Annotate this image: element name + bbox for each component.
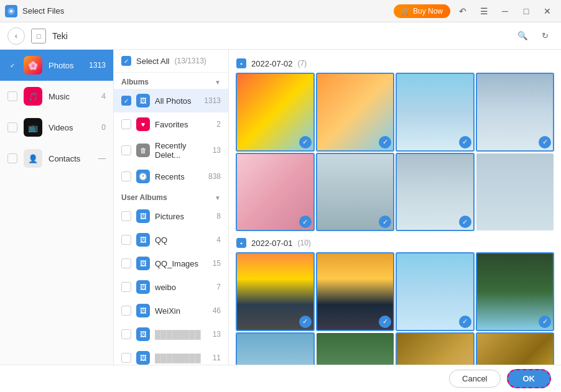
videos-checkbox[interactable] — [7, 122, 17, 132]
photo-cell[interactable]: ✓ — [236, 333, 314, 365]
cancel-button[interactable]: Cancel — [449, 370, 500, 388]
photo-cell[interactable]: ✓ — [476, 333, 554, 365]
user-albums-title: User Albums — [121, 193, 167, 202]
recents-checkbox[interactable] — [121, 171, 131, 181]
date1-checkbox[interactable]: ▪ — [236, 58, 246, 68]
photo-cell[interactable]: ✓ — [236, 73, 314, 151]
check-icon: ✓ — [124, 58, 129, 65]
album7-label: ████████ — [155, 353, 208, 363]
photo-cell[interactable]: ✓ — [476, 73, 554, 151]
photo-check-8: ✓ — [299, 316, 312, 328]
photo-check-3: ✓ — [459, 136, 471, 148]
weibo-label: weibo — [155, 283, 211, 292]
weixin-checkbox[interactable] — [121, 306, 131, 316]
album-item-6[interactable]: 🖼 ████████ 13 — [114, 322, 228, 346]
photo-cell[interactable]: ✓ — [317, 253, 394, 330]
sidebar-item-contacts[interactable]: 👤 Contacts — — [0, 143, 113, 174]
albums-section-header: Albums ▼ — [114, 73, 228, 89]
photo-check-9: ✓ — [379, 316, 391, 328]
photo-cell[interactable]: ✓ — [317, 153, 394, 231]
partial-check-icon: ▪ — [240, 60, 243, 67]
qq-icon: 🖼 — [136, 233, 150, 247]
photo-cell[interactable]: ✓ — [236, 153, 314, 231]
music-checkbox[interactable] — [7, 91, 17, 101]
qq-count: 4 — [216, 235, 221, 244]
contacts-checkbox[interactable] — [7, 153, 17, 163]
photo-cell[interactable]: ✓ — [396, 253, 474, 330]
albums-arrow-icon: ▼ — [215, 79, 221, 86]
photo-check-4: ✓ — [539, 136, 551, 148]
photo-cell[interactable]: ✓ — [476, 253, 554, 330]
title-bar: Select Files 🛒 Buy Now ↶ ☰ ─ □ ✕ — [0, 0, 561, 22]
sidebar-item-videos[interactable]: 📺 Videos 0 — [0, 112, 113, 143]
photo-check-5: ✓ — [299, 216, 312, 228]
album-item-recents[interactable]: 🕐 Recents 838 — [114, 165, 228, 188]
refresh-button[interactable]: ↻ — [536, 27, 554, 45]
albums-section-title: Albums — [121, 78, 149, 86]
album-item-favorites[interactable]: ♥ Favorites 2 — [114, 112, 228, 136]
back-button[interactable]: ‹ — [7, 27, 25, 45]
weibo-count: 7 — [216, 283, 221, 291]
album-item-recently-deleted[interactable]: 🗑 Recently Delet... 13 — [114, 136, 228, 165]
all-photos-count: 1313 — [204, 96, 221, 105]
photo-cell[interactable]: ✓ — [396, 333, 474, 365]
partial-check-icon2: ▪ — [240, 240, 243, 247]
photo-cell[interactable] — [476, 153, 554, 231]
album-item-all-photos[interactable]: ✓ 🖼 All Photos 1313 — [114, 89, 228, 112]
album6-checkbox[interactable] — [121, 329, 131, 339]
buy-now-button[interactable]: 🛒 Buy Now — [394, 4, 450, 18]
photo-cell[interactable]: ✓ — [317, 73, 394, 151]
weibo-checkbox[interactable] — [121, 282, 131, 292]
favorites-count: 2 — [216, 120, 221, 129]
all-photos-checkbox[interactable]: ✓ — [121, 96, 131, 106]
qq-images-checkbox[interactable] — [121, 258, 131, 268]
weibo-icon: 🖼 — [136, 280, 150, 294]
minimize-button[interactable]: ─ — [496, 2, 514, 20]
album-item-qq-images[interactable]: 🖼 QQ_Images 15 — [114, 252, 228, 275]
recently-deleted-checkbox[interactable] — [121, 145, 131, 155]
user-albums-arrow-icon: ▼ — [215, 194, 221, 201]
album-item-weibo[interactable]: 🖼 weibo 7 — [114, 275, 228, 299]
date1-count: (7) — [298, 59, 307, 68]
videos-label: Videos — [49, 123, 95, 132]
sidebar-item-music[interactable]: 🎵 Music 4 — [0, 81, 113, 112]
photo-panel: ▪ 2022-07-02 (7) ✓ ✓ ✓ ✓ — [229, 50, 561, 365]
photo-cell[interactable]: ✓ — [396, 153, 474, 231]
sidebar-item-photos[interactable]: ✓ 🌸 Photos 1313 — [0, 50, 113, 81]
recently-deleted-count: 13 — [213, 146, 221, 155]
album-item-weixin[interactable]: 🖼 WeiXin 46 — [114, 299, 228, 322]
close-button[interactable]: ✕ — [539, 2, 556, 20]
ok-button[interactable]: OK — [507, 369, 552, 388]
menu-button[interactable]: ☰ — [475, 2, 493, 20]
recents-icon: 🕐 — [136, 170, 150, 183]
left-sidebar: ✓ 🌸 Photos 1313 🎵 Music 4 📺 Videos 0 👤 C… — [0, 50, 114, 365]
all-photos-icon: 🖼 — [136, 94, 150, 107]
rotate-button[interactable]: ↶ — [454, 2, 471, 20]
photo-cell[interactable] — [317, 333, 394, 365]
music-app-icon: 🎵 — [24, 87, 42, 106]
album6-count: 13 — [213, 330, 221, 339]
favorites-checkbox[interactable] — [121, 119, 131, 129]
photos-label: Photos — [49, 61, 83, 70]
pictures-count: 8 — [216, 212, 221, 221]
photo-check-1: ✓ — [299, 136, 312, 148]
weixin-label: WeiXin — [155, 306, 208, 316]
select-all-checkbox[interactable]: ✓ — [121, 56, 131, 66]
album7-checkbox[interactable] — [121, 353, 131, 363]
photo-cell[interactable]: ✓ — [396, 73, 474, 151]
maximize-button[interactable]: □ — [517, 2, 535, 20]
photo-check-6: ✓ — [379, 216, 391, 228]
main-layout: ✓ 🌸 Photos 1313 🎵 Music 4 📺 Videos 0 👤 C… — [0, 50, 561, 365]
check-icon: ✓ — [124, 98, 129, 104]
album-item-7[interactable]: 🖼 ████████ 11 — [114, 346, 228, 365]
photos-checkbox[interactable]: ✓ — [7, 60, 17, 70]
qq-checkbox[interactable] — [121, 235, 131, 245]
search-button[interactable]: 🔍 — [514, 27, 531, 45]
album-item-pictures[interactable]: 🖼 Pictures 8 — [114, 204, 228, 228]
photo-cell[interactable]: ✓ — [236, 253, 314, 330]
date2-checkbox[interactable]: ▪ — [236, 238, 246, 248]
contacts-app-icon: 👤 — [24, 149, 42, 168]
select-all-row[interactable]: ✓ Select All (13/1313) — [114, 50, 228, 73]
album-item-qq[interactable]: 🖼 QQ 4 — [114, 228, 228, 252]
pictures-checkbox[interactable] — [121, 211, 131, 221]
